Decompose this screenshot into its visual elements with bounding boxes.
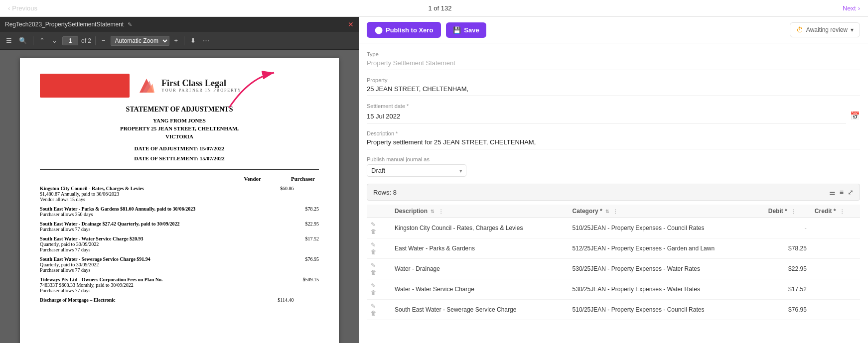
publish-journal-field-group: Publish manual journal as Draft Publishe…: [367, 156, 860, 177]
delete-row-icon[interactable]: 🗑: [371, 289, 377, 296]
previous-button[interactable]: ‹ Previous: [8, 4, 37, 12]
table-row: ✎ 🗑 Water - Water Service Charge 530/25J…: [367, 279, 860, 300]
doc-item-1: Kingston City Council - Rates, Charges &…: [40, 186, 319, 202]
delete-row-icon[interactable]: 🗑: [371, 248, 377, 255]
pdf-content: First Class Legal YOUR PARTNER IN PROPER…: [0, 50, 359, 343]
save-button[interactable]: 💾 Save: [446, 22, 486, 38]
pdf-logo-brand: First Class Legal YOUR PARTNER IN PROPER…: [136, 75, 242, 97]
debit-amount-value: $76.95: [788, 306, 807, 313]
doc-property-line: PROPERTY 25 JEAN STREET, CHELTENHAM,: [40, 125, 319, 131]
pdf-toggle-sidebar[interactable]: ☰: [4, 36, 14, 45]
row-description-cell: South East Water - Sewerage Service Char…: [391, 300, 569, 320]
pdf-download[interactable]: ⬇: [188, 36, 198, 45]
toolbar-separator3: [184, 36, 184, 45]
doc-title: STATEMENT OF ADJUSTMENTS: [40, 106, 319, 114]
row-actions-cell: ✎ 🗑: [367, 279, 391, 300]
next-button[interactable]: Next ›: [843, 4, 860, 12]
edit-row-icon[interactable]: ✎: [371, 282, 376, 289]
main-layout: RegTech2023_PropertySettlementStatement …: [0, 17, 868, 343]
row-category-cell: 530/25JEAN - Property Expenses - Water R…: [569, 279, 764, 300]
delete-row-icon[interactable]: 🗑: [371, 228, 377, 235]
col-category-header[interactable]: Category * ⇅ ⋮: [569, 205, 764, 218]
pdf-title-bar: RegTech2023_PropertySettlementStatement …: [0, 17, 359, 32]
columns-icon[interactable]: ≡: [840, 188, 844, 196]
edit-row-icon[interactable]: ✎: [371, 221, 376, 228]
edit-row-icon[interactable]: ✎: [371, 241, 376, 248]
pdf-zoom-out[interactable]: −: [100, 36, 108, 45]
pdf-logo-area: First Class Legal YOUR PARTNER IN PROPER…: [40, 74, 319, 98]
doc-state-line: VICTORIA: [40, 133, 319, 139]
filter-debit-icon[interactable]: ⋮: [791, 209, 796, 214]
row-description-cell: East Water - Parks & Gardens: [391, 238, 569, 259]
row-category-cell: 512/25JEAN - Property Expenses - Garden …: [569, 238, 764, 259]
filter-cat-icon[interactable]: ⋮: [613, 209, 618, 214]
publish-to-xero-button[interactable]: ⬤ Publish to Xero: [367, 22, 441, 38]
pdf-prev-page[interactable]: ⌃: [37, 36, 47, 45]
publish-journal-select[interactable]: Draft Published: [367, 164, 466, 177]
doc-from-name: YANG FROM JONES: [40, 117, 319, 123]
toolbar-separator2: [95, 36, 96, 45]
pdf-search-button[interactable]: 🔍: [17, 36, 29, 45]
top-nav-bar: ‹ Previous 1 of 132 Next ›: [0, 0, 868, 17]
pdf-logo-red-bar: [40, 74, 130, 98]
pdf-next-page[interactable]: ⌄: [50, 36, 59, 45]
settlement-date-label: Settlement date *: [367, 103, 860, 109]
delete-row-icon[interactable]: 🗑: [371, 310, 377, 317]
doc-item-7: Discharge of Mortgage – Electronic $114.…: [40, 297, 319, 303]
settlement-date-value[interactable]: 15 Jul 2022: [367, 113, 846, 123]
edit-row-icon[interactable]: ✎: [371, 262, 376, 269]
col-debit-header[interactable]: Debit * ⋮: [764, 205, 811, 218]
delete-row-icon[interactable]: 🗑: [371, 269, 377, 276]
calendar-icon[interactable]: 📅: [850, 111, 860, 120]
filter-desc-icon[interactable]: ⋮: [438, 209, 443, 214]
row-credit-cell: [811, 218, 860, 238]
pdf-zoom-in[interactable]: +: [172, 36, 180, 45]
save-icon: 💾: [453, 26, 461, 34]
row-credit-cell: [811, 300, 860, 320]
pdf-toolbar: ☰ 🔍 ⌃ ⌄ of 2 − Automatic Zoom 50% 75% 10…: [0, 32, 359, 50]
row-credit-cell: [811, 238, 860, 259]
pdf-more[interactable]: ⋯: [201, 36, 211, 45]
right-content: Type Property Settlement Statement Prope…: [359, 43, 868, 343]
toolbar-separator: [33, 36, 33, 45]
filter-credit-icon[interactable]: ⋮: [840, 209, 845, 214]
pdf-page-of: of 2: [81, 37, 91, 44]
row-credit-cell: [811, 259, 860, 279]
brand-name: First Class Legal: [161, 79, 242, 89]
row-debit-cell: $78.25: [764, 238, 811, 259]
doc-item-4: South East Water - Water Service Charge …: [40, 236, 319, 252]
row-description-cell: Water - Drainage: [391, 259, 569, 279]
chevron-down-icon: ▾: [851, 26, 854, 33]
pdf-edit-icon[interactable]: ✎: [128, 21, 132, 28]
col-purchaser-header: Purchaser: [291, 176, 315, 182]
debit-amount-value: $22.95: [788, 265, 807, 272]
row-actions-cell: ✎ 🗑: [367, 238, 391, 259]
pdf-panel: RegTech2023_PropertySettlementStatement …: [0, 17, 359, 343]
publish-journal-label: Publish manual journal as: [367, 156, 860, 162]
expand-icon[interactable]: ⤢: [848, 188, 854, 196]
table-row: ✎ 🗑 South East Water - Sewerage Service …: [367, 300, 860, 320]
col-credit-header[interactable]: Credit * ⋮: [811, 205, 860, 218]
sort-desc-icon[interactable]: ⇅: [431, 209, 434, 214]
clock-icon: ⏱: [796, 26, 803, 34]
row-debit-cell: $76.95: [764, 300, 811, 320]
col-description-header[interactable]: Description ⇅ ⋮: [391, 205, 569, 218]
edit-row-icon[interactable]: ✎: [371, 303, 376, 310]
description-value[interactable]: Property settlement for 25 JEAN STREET, …: [367, 138, 860, 149]
table-row: ✎ 🗑 East Water - Parks & Gardens 512/25J…: [367, 238, 860, 259]
pdf-zoom-select[interactable]: Automatic Zoom 50% 75% 100% 125% 150%: [111, 36, 169, 46]
brand-icon: [136, 75, 157, 97]
row-actions-cell: ✎ 🗑: [367, 300, 391, 320]
row-debit-cell: $22.95: [764, 259, 811, 279]
xero-icon: ⬤: [375, 26, 383, 34]
awaiting-review-button[interactable]: ⏱ Awaiting review ▾: [790, 22, 860, 37]
pdf-page-input[interactable]: [62, 36, 78, 45]
doc-item-6: Tideways Pty Ltd - Owners Corporation Fe…: [40, 277, 319, 293]
debit-dash-value: -: [805, 225, 807, 231]
pdf-close-button[interactable]: ✕: [348, 20, 354, 28]
filter-rows-icon[interactable]: ⚌: [829, 188, 836, 196]
type-label: Type: [367, 51, 860, 57]
rows-bar: Rows: 8 ⚌ ≡ ⤢: [367, 184, 860, 201]
sort-cat-icon[interactable]: ⇅: [605, 209, 609, 214]
row-description-cell: Kingston City Council - Rates, Charges &…: [391, 218, 569, 238]
